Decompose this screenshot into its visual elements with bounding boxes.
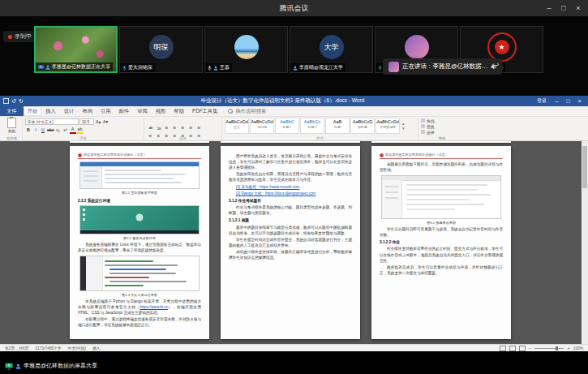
scrollbar-thumb[interactable]: [582, 146, 587, 188]
borders-icon[interactable]: [195, 127, 203, 133]
tab-pdf-tools[interactable]: PDF工具集: [188, 106, 222, 116]
doc-page-1[interactable]: 哈尔滨信息工程学院本科毕业设计（论文） 图2-1 宝塔面板管理界面 2.2.2 …: [70, 146, 209, 339]
show-marks-icon[interactable]: [195, 118, 203, 125]
style-subtle-emphasis[interactable]: AaBbCcDd 不明显强调: [376, 118, 400, 134]
word-restore-button[interactable]: □: [563, 98, 573, 104]
figure-caption: 图3-1 例题展示界面: [380, 221, 503, 226]
style-normal[interactable]: AaBbCcDd 正文: [225, 118, 249, 134]
tab-help[interactable]: 帮助: [170, 106, 188, 116]
align-left-icon[interactable]: [147, 127, 154, 133]
replace-button[interactable]: 替换: [421, 123, 463, 129]
word-minimize-button[interactable]: –: [552, 98, 562, 104]
app-title: 腾讯会议: [280, 3, 309, 14]
multilevel-list-icon[interactable]: [163, 118, 170, 125]
group-label: 编辑: [421, 135, 463, 140]
tell-me-search[interactable]: 操作说明搜索: [228, 106, 266, 116]
tab-design[interactable]: 设计: [60, 106, 79, 116]
mic-icon: [378, 66, 382, 71]
language-indicator[interactable]: 中文(中国): [68, 346, 86, 350]
tab-file[interactable]: 文件: [0, 106, 24, 116]
save-icon[interactable]: [3, 98, 9, 104]
bullet-list-icon[interactable]: [147, 118, 154, 125]
zoom-slider[interactable]: [534, 348, 564, 349]
tab-references[interactable]: 引用: [97, 106, 115, 116]
outdent-icon[interactable]: [171, 118, 178, 125]
font-size-select[interactable]: 10.5: [79, 118, 94, 125]
signin-button[interactable]: 登录: [537, 97, 547, 105]
doc-heading: 3.1.2.1 例题: [229, 217, 352, 223]
style-subtitle[interactable]: AaBbCcD 副标题: [350, 118, 375, 134]
speaking-toast-text: 正在讲话：李雅昆@亿林数据…: [402, 62, 487, 71]
doc-page-3[interactable]: 哈尔滨信息工程学院本科毕业设计（论文） 例题展示界面如下图所示，页面左侧为题目列…: [371, 146, 511, 339]
read-mode-icon[interactable]: [500, 346, 506, 351]
vertical-scrollbar[interactable]: [582, 141, 588, 344]
zoom-out-button[interactable]: –: [529, 346, 531, 350]
find-button[interactable]: 查找: [421, 118, 463, 123]
tab-insert[interactable]: 插入: [41, 106, 60, 116]
italic-button[interactable]: I: [32, 127, 39, 133]
shading-icon[interactable]: [187, 127, 195, 133]
minimize-button[interactable]: –: [543, 4, 556, 12]
superscript-button[interactable]: x²: [62, 127, 69, 133]
participant-label: 李雅昆@亿林数据正在共享: [36, 62, 113, 71]
font-color-button[interactable]: A: [70, 126, 76, 134]
maximize-button[interactable]: □: [557, 4, 570, 12]
style-heading1[interactable]: AaBbC 标题 1: [275, 118, 299, 134]
tab-mailings[interactable]: 邮件: [115, 106, 134, 116]
select-icon: [421, 130, 425, 134]
tab-home[interactable]: 开始: [24, 106, 42, 116]
participant-label: 王慕: [205, 63, 232, 72]
align-right-icon[interactable]: [163, 127, 170, 133]
indent-icon[interactable]: [179, 118, 187, 125]
doc-heading: 2.2.2 系统运行环境: [78, 198, 201, 204]
hyperlink[interactable]: https://www.bt.cn: [139, 305, 168, 309]
word-count[interactable]: 2173/7465个字: [35, 346, 61, 350]
strikethrough-button[interactable]: abc: [47, 127, 54, 133]
underline-button[interactable]: U: [40, 127, 46, 133]
participant-tile-sharing[interactable]: 李雅昆@亿林数据正在共享: [34, 26, 118, 73]
document-canvas[interactable]: 哈尔滨信息工程学院本科毕业设计（论文） 图2-1 宝塔面板管理界面 2.2.2 …: [0, 141, 588, 344]
participant-tile[interactable]: 明琛 爱大洞铭琛: [119, 26, 203, 73]
insert-mode[interactable]: 插入: [92, 346, 101, 350]
close-button[interactable]: ×: [572, 4, 585, 12]
subscript-button[interactable]: x₂: [55, 127, 62, 133]
avatar: [405, 35, 429, 59]
highlight-button[interactable]: ab: [77, 126, 84, 134]
reference-link[interactable]: [1] 菜鸟教程：https://www.runoob.com: [229, 184, 352, 190]
select-button[interactable]: 选择: [421, 129, 463, 135]
participant-tile[interactable]: 大学 李雨晴@黑龙江大学: [290, 26, 373, 73]
bold-button[interactable]: B: [25, 127, 32, 133]
redo-icon[interactable]: ↻: [19, 98, 24, 104]
participant-tile[interactable]: 王慕: [204, 26, 288, 73]
zoom-slider-thumb[interactable]: [556, 346, 558, 350]
page-edge: [371, 141, 511, 143]
styles-gallery-scroll[interactable]: ▴▾: [401, 118, 406, 134]
style-heading2[interactable]: AaBbCc 标题 2: [300, 118, 324, 134]
undo-icon[interactable]: ↺: [11, 98, 16, 104]
font-name-select[interactable]: 宋体 (中文正文): [25, 118, 79, 125]
style-title[interactable]: AaB 标题: [325, 118, 350, 134]
paste-label: 粘贴: [8, 129, 15, 133]
shrink-font-button[interactable]: A▾: [102, 118, 109, 125]
grow-font-button[interactable]: A▴: [95, 118, 101, 125]
doc-page-2[interactable]: 用户登录系统后进入首页，首页展示课程公告、最新作业与考试安排等信息，学生可以及时…: [221, 146, 360, 339]
tab-layout[interactable]: 布局: [78, 106, 97, 116]
print-layout-icon[interactable]: [509, 346, 516, 351]
word-close-button[interactable]: ×: [574, 98, 585, 104]
page-indicator[interactable]: 第2页，共6页: [5, 346, 28, 350]
web-layout-icon[interactable]: [519, 346, 526, 351]
tab-view[interactable]: 视图: [152, 106, 170, 116]
tab-review[interactable]: 审阅: [133, 106, 152, 116]
zoom-in-button[interactable]: +: [567, 346, 570, 350]
paste-button[interactable]: 粘贴: [4, 118, 19, 133]
number-list-icon[interactable]: [155, 118, 162, 125]
zoom-level[interactable]: 100%: [573, 346, 583, 350]
reference-link[interactable]: [2] Django 文档：https://docs.djangoproject…: [229, 191, 352, 196]
sort-icon[interactable]: [187, 118, 195, 125]
align-center-icon[interactable]: [155, 127, 162, 133]
justify-icon[interactable]: [171, 127, 178, 133]
line-spacing-icon[interactable]: [179, 127, 187, 133]
reply-arrow-icon[interactable]: ↩: [491, 60, 499, 71]
ribbon-tab-bar: 文件 开始 插入 设计 布局 引用 邮件 审阅 视图 帮助 PDF工具集 操作说…: [0, 106, 588, 117]
style-no-spacing[interactable]: AaBbCcDd 无间隔: [250, 118, 274, 134]
